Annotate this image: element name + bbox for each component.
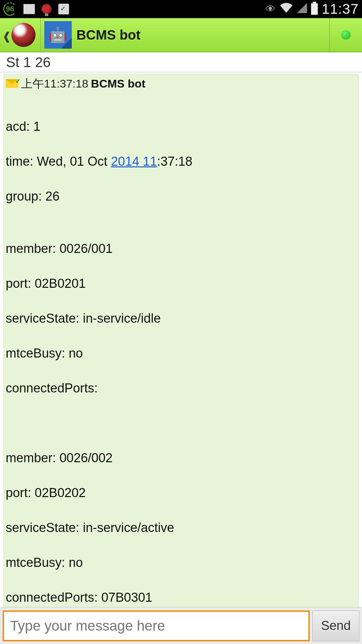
- m1-mb: mtceBusy: no: [6, 344, 356, 362]
- eye-icon: 👁: [265, 3, 276, 15]
- time-link[interactable]: 2014 11: [111, 154, 157, 168]
- cell-signal-icon: [297, 2, 307, 16]
- online-dot-icon: [341, 30, 351, 40]
- line-group: group: 26: [6, 187, 356, 205]
- contact-avatar[interactable]: 🤖: [44, 21, 72, 49]
- battery-icon: [311, 3, 318, 15]
- m2-ss: serviceState: in-service/active: [6, 519, 356, 536]
- m2-member: member: 0026/002: [6, 449, 356, 467]
- m1-cp: connectedPorts:: [6, 379, 356, 397]
- image-icon: [23, 4, 35, 14]
- m2-port: port: 02B0202: [6, 484, 356, 501]
- clock-time: 11:37: [322, 1, 359, 17]
- status-bar: 96 👁 11:37: [0, 0, 362, 18]
- time-pre: time: Wed, 01 Oct: [6, 154, 111, 168]
- app-logo-icon: [11, 23, 36, 47]
- shopping-bag-icon: [58, 4, 69, 14]
- date-separator: St 1 26: [0, 52, 362, 72]
- chevron-left-icon: ‹: [3, 19, 10, 51]
- wifi-icon: [280, 2, 293, 16]
- message-body: acd: 1 time: Wed, 01 Oct 2014 11:37:18 g…: [6, 100, 356, 607]
- cpu-badge-icon: 96: [3, 2, 17, 16]
- chat-title: BCMS bot: [76, 28, 140, 43]
- presence-indicator: [329, 18, 362, 52]
- message-sender: BCMS bot: [91, 75, 145, 92]
- m2-mb: mtceBusy: no: [6, 554, 356, 571]
- status-left: 96: [3, 2, 69, 16]
- m1-member: member: 0026/001: [6, 240, 356, 257]
- app-header: ‹ 🤖 BCMS bot: [0, 18, 362, 52]
- m1-port: port: 02B0201: [6, 275, 356, 292]
- line-time: time: Wed, 01 Oct 2014 11:37:18: [6, 153, 356, 170]
- line-acd: acd: 1: [6, 118, 356, 135]
- time-post: :37:18: [157, 154, 192, 168]
- message-input[interactable]: [3, 610, 310, 641]
- android-icon: 🤖: [49, 26, 67, 44]
- status-right: 👁 11:37: [265, 1, 359, 17]
- m2-cp: connectedPorts: 07B0301: [6, 589, 356, 606]
- back-button[interactable]: ‹: [0, 18, 41, 52]
- message-area[interactable]: 上午11:37:18 BCMS bot acd: 1 time: Wed, 01…: [0, 72, 362, 607]
- envelope-icon: [6, 79, 18, 88]
- message-timestamp: 上午11:37:18: [21, 75, 88, 92]
- m1-ss: serviceState: in-service/idle: [6, 310, 356, 327]
- message-header: 上午11:37:18 BCMS bot: [6, 75, 356, 92]
- bulb-icon: [42, 4, 52, 14]
- send-button[interactable]: Send: [312, 610, 359, 641]
- composer: Send: [0, 607, 362, 644]
- incoming-message[interactable]: 上午11:37:18 BCMS bot acd: 1 time: Wed, 01…: [3, 74, 359, 607]
